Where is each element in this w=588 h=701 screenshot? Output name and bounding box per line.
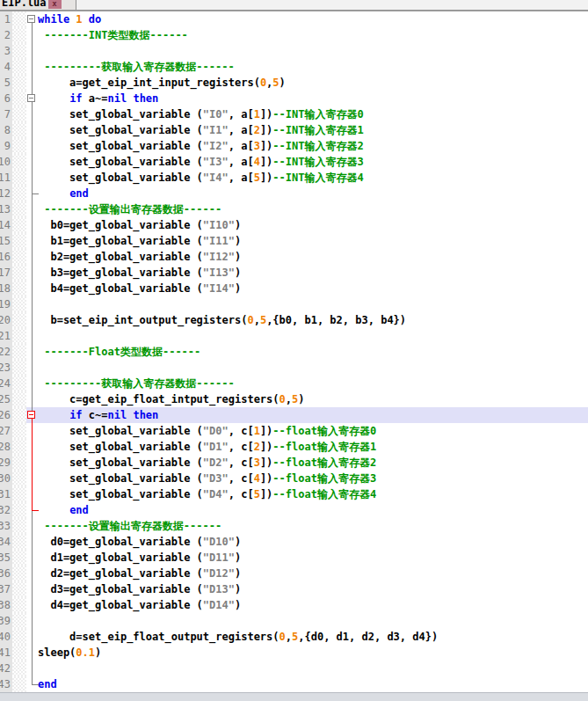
line-body[interactable]: end [26,502,588,518]
code-line[interactable]: 20 b=set_eip_int_output_registers(0,5,{b… [0,312,588,328]
fold-margin[interactable] [12,312,26,328]
line-body[interactable]: set_global_variable ("I2", a[3])--INT输入寄… [26,138,588,154]
line-number[interactable]: 34 [0,534,12,550]
line-number[interactable]: 24 [0,376,12,391]
code-line[interactable]: 27 set_global_variable ("D0", c[1])--flo… [0,423,588,439]
line-body[interactable]: set_global_variable ("I4", a[5])--INT输入寄… [26,170,588,186]
line-body[interactable]: -------设置输出寄存器数据------ [26,201,588,217]
code-line[interactable]: 42 [0,661,588,676]
code-line[interactable]: 19 [0,296,588,312]
line-number[interactable]: 9 [0,138,12,154]
fold-margin[interactable] [12,360,26,376]
line-number[interactable]: 40 [0,629,12,645]
line-number[interactable]: 4 [0,59,12,75]
code-line[interactable]: 39 [0,613,588,629]
line-body[interactable]: set_global_variable ("I0", a[1])--INT输入寄… [26,106,588,122]
line-body[interactable]: -------设置输出寄存器数据------ [26,518,588,534]
fold-margin[interactable] [12,265,26,281]
fold-margin[interactable] [12,407,26,423]
code-line[interactable]: 3 [0,43,588,59]
line-number[interactable]: 11 [0,170,12,186]
fold-margin[interactable] [12,486,26,502]
code-line[interactable]: 38 d4=get_global_variable ("D14") [0,597,588,613]
line-body[interactable] [26,613,588,629]
code-line[interactable]: 16 b2=get_global_variable ("I12") [0,249,588,265]
fold-margin[interactable] [12,170,26,186]
line-body[interactable]: b0=get_global_variable ("I10") [26,217,588,233]
tab-close-icon[interactable]: x [48,0,62,9]
fold-margin[interactable] [12,613,26,629]
fold-margin[interactable] [12,281,26,296]
code-line[interactable]: 34 d0=get_global_variable ("D10") [0,534,588,550]
line-body[interactable]: d0=get_global_variable ("D10") [26,534,588,550]
line-body[interactable]: set_global_variable ("D1", c[2])--float输… [26,439,588,455]
fold-margin[interactable] [12,233,26,249]
line-body[interactable]: b2=get_global_variable ("I12") [26,249,588,265]
line-body[interactable] [26,43,588,59]
line-body[interactable]: end [26,676,588,692]
fold-margin[interactable] [12,566,26,581]
fold-margin[interactable] [12,122,26,138]
code-line[interactable]: 5 a=get_eip_int_input_registers(0,5) [0,75,588,91]
code-line[interactable]: 40 d=set_eip_float_output_registers(0,5,… [0,629,588,645]
fold-margin[interactable] [12,423,26,439]
line-number[interactable]: 15 [0,233,12,249]
line-number[interactable]: 3 [0,43,12,59]
line-body[interactable] [26,661,588,676]
line-number[interactable]: 16 [0,249,12,265]
code-line[interactable]: 17 b3=get_global_variable ("I13") [0,265,588,281]
line-number[interactable]: 1 [0,11,12,27]
code-line[interactable]: 32 end [0,502,588,518]
code-line[interactable]: 31 set_global_variable ("D4", c[5])--flo… [0,486,588,502]
line-number[interactable]: 5 [0,75,12,91]
line-body[interactable] [26,328,588,344]
line-body[interactable]: set_global_variable ("D2", c[3])--float输… [26,455,588,471]
line-body[interactable]: b4=get_global_variable ("I14") [26,281,588,296]
fold-margin[interactable] [12,106,26,122]
line-body[interactable]: if a~=nil then [26,91,588,106]
fold-margin[interactable] [12,581,26,597]
line-number[interactable]: 39 [0,613,12,629]
fold-margin[interactable] [12,138,26,154]
line-number[interactable]: 12 [0,186,12,201]
fold-margin[interactable] [12,502,26,518]
fold-margin[interactable] [12,534,26,550]
code-line[interactable]: 7 set_global_variable ("I0", a[1])--INT输… [0,106,588,122]
line-number[interactable]: 29 [0,455,12,471]
fold-margin[interactable] [12,645,26,661]
line-body[interactable]: d=set_eip_float_output_registers(0,5,{d0… [26,629,588,645]
current-line-highlight[interactable]: if c~=nil then [26,407,588,423]
line-number[interactable]: 35 [0,550,12,566]
code-line[interactable]: 12 end [0,186,588,201]
line-number[interactable]: 10 [0,154,12,170]
fold-margin[interactable] [12,328,26,344]
line-body[interactable]: -------INT类型数据------ [26,27,588,43]
code-line[interactable]: 28 set_global_variable ("D1", c[2])--flo… [0,439,588,455]
fold-margin[interactable] [12,629,26,645]
fold-margin[interactable] [12,676,26,692]
line-number[interactable]: 38 [0,597,12,613]
code-line[interactable]: 11 set_global_variable ("I4", a[5])--INT… [0,170,588,186]
code-line[interactable]: 15 b1=get_global_variable ("I11") [0,233,588,249]
code-line[interactable]: 9 set_global_variable ("I2", a[3])--INT输… [0,138,588,154]
fold-margin[interactable] [12,439,26,455]
line-body[interactable]: a=get_eip_int_input_registers(0,5) [26,75,588,91]
line-number[interactable]: 42 [0,661,12,676]
code-line[interactable]: 10 set_global_variable ("I3", a[4])--INT… [0,154,588,170]
line-body[interactable] [26,360,588,376]
line-body[interactable]: d4=get_global_variable ("D14") [26,597,588,613]
code-line[interactable]: 29 set_global_variable ("D2", c[3])--flo… [0,455,588,471]
line-body[interactable]: set_global_variable ("D4", c[5])--float输… [26,486,588,502]
code-line[interactable]: 8 set_global_variable ("I1", a[2])--INT输… [0,122,588,138]
fold-margin[interactable] [12,471,26,486]
line-body[interactable]: -------Float类型数据------ [26,344,588,360]
code-line[interactable]: 4 ---------获取输入寄存器数据------ [0,59,588,75]
line-number[interactable]: 32 [0,502,12,518]
code-line[interactable]: 23 [0,360,588,376]
line-number[interactable]: 19 [0,296,12,312]
line-body[interactable]: ---------获取输入寄存器数据------ [26,59,588,75]
line-number[interactable]: 17 [0,265,12,281]
code-line[interactable]: 6 if a~=nil then [0,91,588,106]
code-line[interactable]: 24 ---------获取输入寄存器数据------ [0,376,588,391]
fold-margin[interactable] [12,11,26,27]
